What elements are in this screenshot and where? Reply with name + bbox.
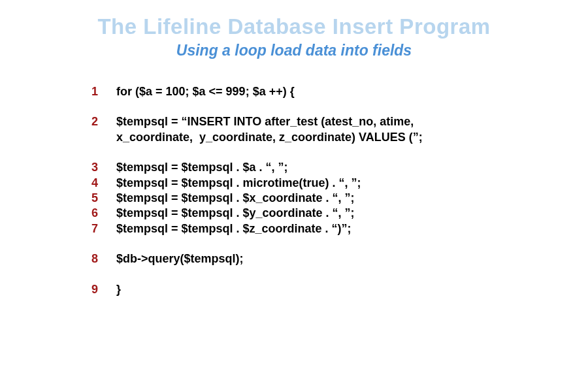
line-number: 1 xyxy=(91,84,116,99)
code-text: $tempsql = “INSERT INTO after_test (ates… xyxy=(116,114,588,129)
code-text: } xyxy=(116,282,588,297)
line-number: 4 xyxy=(91,176,116,191)
code-text: $tempsql = $tempsql . $a . “, ”; xyxy=(116,160,588,175)
code-line: 3 $tempsql = $tempsql . $a . “, ”; xyxy=(91,160,588,175)
code-text: $db->query($tempsql); xyxy=(116,251,588,266)
code-text: x_coordinate, y_coordinate, z_coordinate… xyxy=(116,130,588,145)
code-line: 5 $tempsql = $tempsql . $x_coordinate . … xyxy=(91,191,588,206)
code-text: $tempsql = $tempsql . microtime(true) . … xyxy=(116,176,588,191)
code-line: 8 $db->query($tempsql); xyxy=(91,251,588,266)
line-number: 8 xyxy=(91,251,116,266)
code-line: 6 $tempsql = $tempsql . $y_coordinate . … xyxy=(91,206,588,221)
blank-line xyxy=(91,145,588,160)
code-line: 1 for ($a = 100; $a <= 999; $a ++) { xyxy=(91,84,588,99)
line-number: 7 xyxy=(91,221,116,236)
line-number: 9 xyxy=(91,282,116,297)
code-line: 7 $tempsql = $tempsql . $z_coordinate . … xyxy=(91,221,588,236)
code-line: 4 $tempsql = $tempsql . microtime(true) … xyxy=(91,176,588,191)
blank-line xyxy=(91,236,588,251)
slide-subtitle: Using a loop load data into fields xyxy=(0,42,588,59)
line-number: 5 xyxy=(91,191,116,206)
line-number: 3 xyxy=(91,160,116,175)
code-text: $tempsql = $tempsql . $z_coordinate . “)… xyxy=(116,221,588,236)
code-line: 2 $tempsql = “INSERT INTO after_test (at… xyxy=(91,114,588,129)
code-text: $tempsql = $tempsql . $y_coordinate . “,… xyxy=(116,206,588,221)
blank-line xyxy=(91,267,588,282)
blank-line xyxy=(91,99,588,114)
code-text: for ($a = 100; $a <= 999; $a ++) { xyxy=(116,84,588,99)
code-line: 9 } xyxy=(91,282,588,297)
slide-title: The Lifeline Database Insert Program xyxy=(0,14,588,39)
line-number: 6 xyxy=(91,206,116,221)
code-line-continuation: . x_coordinate, y_coordinate, z_coordina… xyxy=(91,130,588,145)
code-listing: 1 for ($a = 100; $a <= 999; $a ++) { 2 $… xyxy=(91,84,588,297)
line-number: 2 xyxy=(91,114,116,129)
code-text: $tempsql = $tempsql . $x_coordinate . “,… xyxy=(116,191,588,206)
